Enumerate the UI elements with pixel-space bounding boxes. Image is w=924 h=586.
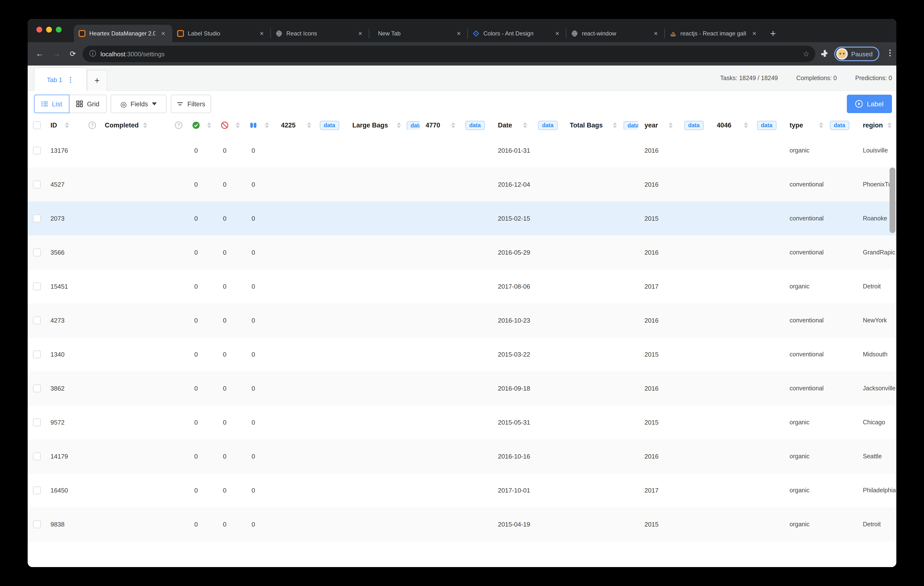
sort-control[interactable] — [236, 122, 240, 128]
cell-type: conventional — [790, 317, 823, 324]
traffic-zoom-button[interactable] — [56, 27, 62, 33]
forward-button[interactable]: → — [50, 48, 63, 60]
sort-control[interactable] — [307, 122, 312, 128]
reload-button[interactable]: ⟳ — [66, 48, 79, 60]
sort-control[interactable] — [265, 122, 269, 128]
traffic-close-button[interactable] — [36, 27, 42, 33]
sort-control[interactable] — [451, 122, 456, 128]
row-checkbox[interactable] — [33, 316, 41, 324]
sort-control[interactable] — [819, 122, 823, 128]
row-checkbox[interactable] — [33, 452, 41, 460]
grid-view-button[interactable]: Grid — [69, 95, 107, 113]
row-checkbox[interactable] — [33, 487, 41, 494]
column-header-large-bags[interactable]: Large Bags — [352, 121, 388, 129]
new-tab-button[interactable]: + — [766, 27, 780, 40]
column-header-completed[interactable]: Completed — [105, 121, 139, 129]
cell-year: 2017 — [645, 283, 658, 290]
column-header-4770[interactable]: 4770 — [426, 121, 440, 129]
label-button[interactable]: Label — [847, 95, 892, 113]
column-header-region[interactable]: region — [863, 121, 883, 129]
site-info-icon[interactable]: ⓘ — [89, 50, 96, 58]
sort-control[interactable] — [613, 122, 617, 128]
list-view-button[interactable]: List — [34, 95, 69, 113]
cell-id: 14179 — [51, 453, 68, 460]
column-header-4046[interactable]: 4046 — [717, 121, 731, 129]
browser-tab-label-studio[interactable]: Label Studio ✕ — [172, 25, 271, 42]
table-row[interactable]: 14179 0 0 0 2016-10-16 2016 organic Seat… — [28, 439, 896, 473]
sort-control[interactable] — [523, 122, 528, 128]
tab-close-icon[interactable]: ✕ — [356, 29, 365, 38]
column-header-total-bags[interactable]: Total Bags — [570, 121, 603, 129]
cell-type: organic — [790, 147, 810, 154]
add-view-tab-button[interactable]: + — [87, 70, 107, 91]
row-checkbox[interactable] — [33, 215, 41, 222]
cell-region: Detroit — [863, 283, 881, 290]
cell-completed-count: 0 — [191, 419, 201, 426]
traffic-minimize-button[interactable] — [46, 27, 52, 33]
cell-cancelled-count: 0 — [220, 351, 229, 358]
tab-close-icon[interactable]: ✕ — [455, 29, 463, 38]
table-row[interactable]: 16450 0 0 0 2017-10-01 2017 organic Phil… — [28, 473, 896, 507]
table-row[interactable]: 1340 0 0 0 2015-03-22 2015 conventional … — [28, 338, 896, 371]
tab-close-icon[interactable]: ✕ — [553, 29, 561, 38]
tab-close-icon[interactable]: ✕ — [652, 29, 660, 38]
table-row[interactable]: 3862 0 0 0 2016-09-18 2016 conventional … — [28, 371, 896, 406]
bookmark-star-icon[interactable]: ☆ — [803, 50, 810, 58]
row-checkbox[interactable] — [33, 147, 41, 154]
row-checkbox[interactable] — [33, 520, 41, 528]
back-button[interactable]: ← — [33, 48, 46, 60]
row-checkbox[interactable] — [33, 180, 41, 189]
table-row[interactable]: 13176 0 0 0 2016-01-31 2016 organic Loui… — [28, 134, 896, 167]
cell-type: organic — [790, 419, 810, 426]
table-row[interactable]: 9838 0 0 0 2015-04-19 2015 organic Detro… — [28, 507, 896, 541]
column-header-date[interactable]: Date — [498, 121, 512, 129]
view-tab-1[interactable]: Tab 1 ⋮ — [34, 68, 87, 91]
row-checkbox[interactable] — [33, 248, 41, 257]
sort-control[interactable] — [65, 122, 69, 128]
sort-control[interactable] — [143, 122, 147, 128]
column-header-id[interactable]: ID — [51, 121, 57, 129]
extensions-puzzle-icon[interactable] — [821, 50, 829, 60]
table-row[interactable]: 2073 0 0 0 2015-02-15 2015 conventional … — [28, 202, 896, 235]
browser-window: Heartex DataManager 2.0 ✕ Label Studio ✕… — [28, 19, 896, 567]
table-body: 13176 0 0 0 2016-01-31 2016 organic Loui… — [28, 134, 896, 541]
cell-predictions-count: 0 — [249, 283, 258, 290]
column-header-type[interactable]: type — [790, 121, 803, 129]
tab-close-icon[interactable]: ✕ — [750, 29, 759, 38]
table-row[interactable]: 4273 0 0 0 2016-10-23 2016 conventional … — [28, 303, 896, 338]
row-checkbox[interactable] — [33, 351, 41, 358]
filters-button[interactable]: Filters — [171, 95, 211, 113]
browser-tab-new-tab[interactable]: New Tab ✕ — [369, 25, 468, 42]
row-checkbox[interactable] — [33, 419, 41, 426]
table-row[interactable]: 3566 0 0 0 2016-05-29 2016 conventional … — [28, 235, 896, 270]
column-header-year[interactable]: year — [645, 121, 658, 129]
tab-close-icon[interactable]: ✕ — [258, 29, 266, 38]
table-row[interactable]: 9572 0 0 0 2015-05-31 2015 organic Chica… — [28, 406, 896, 439]
browser-tab-datamanager[interactable]: Heartex DataManager 2.0 ✕ — [74, 25, 172, 42]
sort-control[interactable] — [207, 122, 211, 128]
sort-control[interactable] — [397, 122, 401, 128]
sort-control[interactable] — [744, 122, 748, 128]
browser-tab-react-icons[interactable]: React Icons ✕ — [271, 25, 369, 42]
address-bar[interactable]: ⓘ localhost :3000/settings ☆ — [82, 46, 815, 62]
select-all-checkbox[interactable] — [33, 121, 41, 129]
sort-control[interactable] — [888, 122, 892, 128]
tab-close-icon[interactable]: ✕ — [159, 29, 167, 38]
browser-menu-icon[interactable]: ⋮ — [886, 48, 894, 57]
table-row[interactable]: 4527 0 0 0 2016-12-04 2016 conventional … — [28, 167, 896, 202]
table-row[interactable]: 15451 0 0 0 2017-08-06 2017 organic Detr… — [28, 270, 896, 303]
browser-tab-ant-design[interactable]: Colors - Ant Design ✕ — [468, 25, 566, 42]
play-circle-icon — [855, 100, 863, 108]
column-header-4225[interactable]: 4225 — [281, 121, 295, 129]
view-tab-menu-icon[interactable]: ⋮ — [67, 76, 74, 83]
profile-paused-button[interactable]: Paused — [834, 46, 879, 61]
cell-completed-count: 0 — [191, 317, 201, 324]
predictions-count: Predictions: 0 — [855, 75, 892, 81]
browser-tab-react-window[interactable]: react-window ✕ — [566, 25, 665, 42]
fields-button[interactable]: ◎ Fields — [111, 95, 167, 113]
vertical-scrollbar[interactable] — [889, 167, 895, 233]
sort-control[interactable] — [669, 122, 673, 128]
row-checkbox[interactable] — [33, 283, 41, 290]
browser-tab-stackoverflow[interactable]: reactjs - React image gallery ✕ — [665, 25, 763, 42]
row-checkbox[interactable] — [33, 384, 41, 392]
